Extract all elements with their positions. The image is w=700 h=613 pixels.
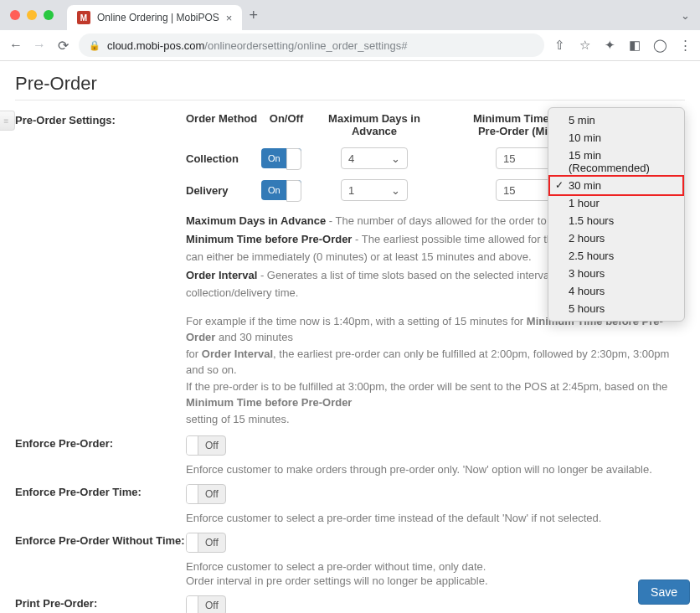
dropdown-item[interactable]: 10 min (548, 129, 684, 147)
window-maximize-icon[interactable] (44, 10, 54, 20)
toggle-handle-icon (187, 435, 198, 456)
toggle-handle-icon (187, 533, 198, 553)
extensions-icon[interactable]: ✦ (603, 38, 616, 53)
url-path: /onlineordersetting/online_order_setting… (204, 39, 407, 52)
profile-icon[interactable]: ◯ (653, 38, 667, 53)
enforce-time-row: Enforce Pre-Order Time: Off Enforce cust… (15, 484, 685, 524)
divider (15, 100, 685, 100)
enforce-preorder-desc: Enforce customer to make orders through … (186, 463, 685, 476)
order-interval-dropdown: 5 min 10 min 15 min (Recommended) 30 min… (548, 107, 685, 322)
delivery-label: Delivery (186, 184, 261, 197)
enforce-time-desc: Enforce customer to select a pre-order t… (186, 512, 685, 524)
enforce-preorder-label: Enforce Pre-Order: (15, 435, 186, 450)
print-preorder-row: Print Pre-Order: Off Print pre-order rec… (15, 595, 685, 613)
browser-tab[interactable]: M Online Ordering | MobiPOS × (67, 5, 242, 30)
url-host: cloud.mobi-pos.com (107, 39, 204, 52)
save-button[interactable]: Save (638, 580, 690, 605)
toolbar-icons: ⇧ ☆ ✦ ◧ ◯ ⋮ (553, 38, 692, 53)
new-tab-button[interactable]: + (249, 7, 258, 24)
chevron-down-icon: ⌄ (391, 152, 400, 165)
collection-label: Collection (186, 152, 261, 165)
tab-favicon-icon: M (77, 11, 90, 24)
enforce-preorder-row: Enforce Pre-Order: Off Enforce customer … (15, 435, 685, 476)
enforce-without-time-desc1: Enforce customer to select a pre-order w… (186, 560, 685, 573)
lock-icon: 🔒 (89, 40, 100, 51)
toggle-handle-icon (187, 484, 198, 504)
delivery-toggle[interactable]: On (261, 180, 301, 200)
header-max-days: Maximum Days in Advance (311, 112, 437, 137)
dropdown-item[interactable]: 1.5 hours (548, 212, 684, 229)
window-controls (10, 10, 67, 20)
enforce-time-toggle[interactable]: Off (186, 484, 226, 504)
header-onoff: On/Off (261, 112, 311, 137)
tab-title: Online Ordering | MobiPOS (97, 12, 219, 23)
dropdown-item[interactable]: 4 hours (548, 282, 684, 300)
collection-toggle[interactable]: On (261, 148, 301, 168)
share-icon[interactable]: ⇧ (553, 38, 566, 53)
example-text: For example if the time now is 1:40pm, w… (186, 313, 685, 428)
enforce-time-label: Enforce Pre-Order Time: (15, 484, 186, 498)
print-preorder-toggle[interactable]: Off (186, 595, 226, 613)
bookmark-icon[interactable]: ☆ (578, 38, 591, 53)
enforce-without-time-desc2: Order interval in pre order settings wil… (186, 574, 685, 587)
header-order-method: Order Method (186, 112, 261, 137)
enforce-without-time-label: Enforce Pre-Order Without Time: (15, 533, 186, 547)
print-preorder-label: Print Pre-Order: (15, 595, 186, 610)
preorder-settings-label: Pre-Order Settings: (15, 112, 186, 126)
enforce-without-time-toggle[interactable]: Off (186, 533, 226, 553)
nav-back-icon[interactable]: ← (8, 38, 23, 53)
dropdown-item[interactable]: 2.5 hours (548, 247, 684, 265)
dropdown-item[interactable]: 15 min (Recommended) (548, 147, 684, 177)
chevron-down-icon: ⌄ (391, 184, 400, 197)
address-bar: ← → ⟳ 🔒 cloud.mobi-pos.com/onlineorderse… (0, 30, 700, 60)
dropdown-item[interactable]: 2 hours (548, 229, 684, 247)
browser-chrome: M Online Ordering | MobiPOS × + ⌄ ← → ⟳ … (0, 0, 700, 61)
toggle-handle-icon (187, 595, 198, 613)
window-close-icon[interactable] (10, 10, 20, 20)
dropdown-item[interactable]: 5 hours (548, 300, 684, 317)
dropdown-item[interactable]: 5 min (548, 111, 684, 129)
dropdown-item[interactable]: 1 hour (548, 194, 684, 212)
menu-icon[interactable]: ⋮ (678, 38, 692, 53)
delivery-max-days-select[interactable]: 1 ⌄ (341, 179, 408, 201)
nav-forward-icon: → (32, 38, 47, 53)
tabs-overflow-icon[interactable]: ⌄ (681, 9, 690, 22)
enforce-without-time-row: Enforce Pre-Order Without Time: Off Enfo… (15, 533, 685, 587)
side-panel-icon[interactable]: ◧ (628, 38, 641, 53)
tab-bar: M Online Ordering | MobiPOS × + ⌄ (0, 0, 700, 30)
page-title: Pre-Order (15, 73, 685, 95)
dropdown-item[interactable]: 3 hours (548, 265, 684, 282)
enforce-preorder-toggle[interactable]: Off (186, 435, 226, 456)
dropdown-item-selected[interactable]: 30 min (548, 175, 684, 196)
nav-reload-icon[interactable]: ⟳ (55, 38, 70, 54)
collection-max-days-select[interactable]: 4 ⌄ (341, 147, 408, 169)
window-minimize-icon[interactable] (27, 10, 37, 20)
url-field[interactable]: 🔒 cloud.mobi-pos.com/onlineordersetting/… (79, 33, 544, 57)
tab-close-icon[interactable]: × (226, 12, 233, 24)
